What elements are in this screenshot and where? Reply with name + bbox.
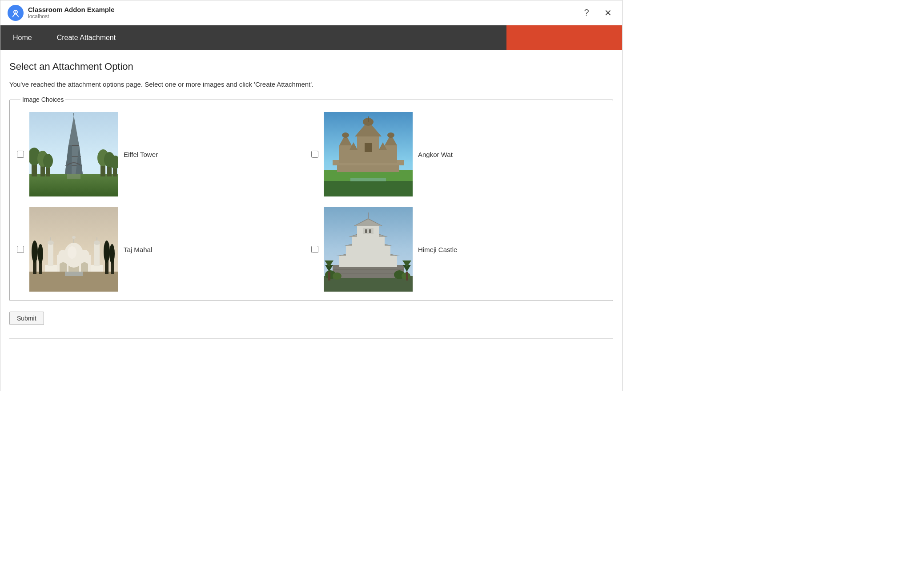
label-himeji-castle: Himeji Castle [418, 246, 457, 253]
svg-point-33 [342, 132, 349, 138]
svg-point-9 [43, 154, 53, 168]
svg-point-70 [80, 250, 89, 260]
app-url: localhost [28, 13, 115, 20]
checkbox-himeji-castle[interactable] [311, 246, 318, 253]
label-taj-mahal: Taj Mahal [124, 246, 152, 253]
image-himeji-castle [324, 207, 413, 292]
images-grid: Eiffel Tower [17, 112, 606, 292]
svg-point-68 [72, 236, 76, 239]
svg-rect-41 [365, 143, 372, 152]
image-choices-fieldset: Image Choices [9, 96, 613, 301]
help-button[interactable]: ? [579, 6, 594, 20]
label-angkor-wat: Angkor Wat [418, 151, 453, 158]
svg-point-50 [32, 240, 38, 263]
nav-spacer [128, 25, 506, 50]
fieldset-legend: Image Choices [20, 96, 65, 103]
svg-point-54 [104, 240, 110, 263]
svg-rect-91 [369, 229, 371, 233]
app-name: Classroom Addon Example [28, 6, 115, 13]
title-bar-right: ? ✕ [579, 6, 615, 20]
svg-point-52 [38, 244, 43, 264]
image-taj-mahal [29, 207, 118, 292]
submit-button[interactable]: Submit [9, 312, 44, 325]
image-angkor-wat [324, 112, 413, 196]
svg-point-59 [48, 240, 54, 245]
nav-item-home[interactable]: Home [0, 25, 44, 50]
nav-item-create-attachment[interactable]: Create Attachment [44, 25, 129, 50]
svg-rect-82 [352, 237, 385, 247]
svg-rect-89 [363, 228, 374, 234]
svg-point-36 [387, 132, 394, 138]
close-button[interactable]: ✕ [601, 6, 615, 20]
svg-point-56 [109, 244, 115, 264]
svg-rect-23 [67, 174, 80, 179]
svg-point-93 [333, 272, 341, 280]
main-content: Select an Attachment Option You've reach… [0, 50, 622, 349]
svg-point-62 [94, 240, 100, 245]
svg-point-69 [58, 250, 67, 260]
app-icon [8, 5, 24, 21]
checkbox-eiffel-tower[interactable] [17, 151, 24, 158]
page-title: Select an Attachment Option [9, 61, 613, 72]
svg-rect-79 [346, 246, 390, 257]
svg-rect-58 [48, 243, 53, 266]
svg-rect-90 [365, 229, 367, 233]
title-bar-left: Classroom Addon Example localhost [8, 5, 115, 21]
image-item-eiffel-tower: Eiffel Tower [17, 112, 311, 196]
image-item-angkor-wat: Angkor Wat [311, 112, 606, 196]
svg-rect-42 [350, 150, 358, 163]
svg-point-1 [15, 11, 16, 12]
title-bar: Classroom Addon Example localhost ? ✕ [0, 0, 622, 25]
svg-rect-76 [339, 256, 397, 267]
nav-accent [506, 25, 622, 50]
image-item-taj-mahal: Taj Mahal [17, 207, 311, 292]
svg-rect-26 [324, 181, 413, 196]
checkbox-taj-mahal[interactable] [17, 246, 24, 253]
title-text: Classroom Addon Example localhost [28, 6, 115, 20]
svg-rect-61 [94, 243, 100, 266]
svg-point-66 [68, 246, 76, 259]
page-description: You've reached the attachment options pa… [9, 80, 613, 88]
bottom-divider [9, 338, 613, 339]
label-eiffel-tower: Eiffel Tower [124, 151, 158, 158]
nav-bar: Home Create Attachment [0, 25, 622, 50]
svg-rect-99 [406, 272, 408, 280]
svg-rect-96 [328, 272, 330, 280]
image-eiffel-tower [29, 112, 118, 196]
checkbox-angkor-wat[interactable] [311, 151, 318, 158]
svg-rect-44 [379, 150, 387, 163]
image-item-himeji-castle: Himeji Castle [311, 207, 606, 292]
svg-rect-28 [350, 178, 386, 181]
